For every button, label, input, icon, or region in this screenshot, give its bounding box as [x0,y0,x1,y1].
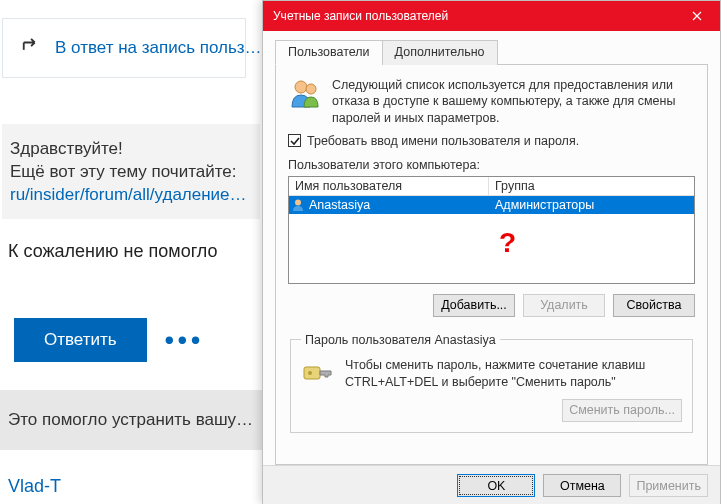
list-buttons-row: Добавить... Удалить Свойства [288,294,695,317]
annotation-question-mark: ? [499,227,516,259]
apply-button: Применить [629,474,708,497]
svg-point-1 [306,84,316,94]
tabstrip: Пользователи Дополнительно [275,39,708,65]
close-button[interactable] [674,1,720,31]
password-hint-text: Чтобы сменить пароль, нажмите сочетание … [345,357,682,391]
window-title: Учетные записи пользователей [273,9,448,23]
in-reply-to-link[interactable]: В ответ на запись польз… [55,38,262,58]
remove-button: Удалить [523,294,605,317]
greeting-link[interactable]: ru/insider/forum/all/удаление… [10,184,252,207]
properties-button[interactable]: Свойства [613,294,695,317]
response-text: К сожалению не помогло [8,241,262,262]
greeting-line2: Ещё вот эту тему почитайте: [10,161,252,184]
table-row[interactable]: Anastasiya Администраторы [289,196,694,214]
more-actions-button[interactable]: ••• [165,335,204,345]
listview-header[interactable]: Имя пользователя Группа [289,177,694,196]
reply-actions: Ответить ••• [14,318,262,362]
password-groupbox: Пароль пользователя Anastasiya Чтобы сме… [290,333,693,433]
require-login-label: Требовать ввод имени пользователя и паро… [307,134,579,148]
dialog-body: Пользователи Дополнительно Следующий спи… [263,31,720,465]
cell-username: Anastasiya [309,198,370,212]
user-accounts-dialog: Учетные записи пользователей Пользовател… [262,0,721,504]
users-list-caption: Пользователи этого компьютера: [288,158,695,172]
ok-button[interactable]: OK [457,474,535,497]
reply-arrow-icon [21,37,43,59]
add-button[interactable]: Добавить... [433,294,515,317]
key-icon [301,357,335,391]
in-reply-to-banner: В ответ на запись польз… [2,18,246,78]
svg-point-0 [295,81,307,93]
forum-thread: В ответ на запись польз… Здравствуйте! Е… [0,0,262,504]
tab-panel-users: Следующий список используется для предос… [275,65,708,465]
info-text: Следующий список используется для предос… [332,77,695,126]
column-group[interactable]: Группа [489,177,694,195]
change-password-button: Сменить пароль... [562,399,682,422]
reply-button[interactable]: Ответить [14,318,147,362]
checkbox-icon [288,134,301,147]
password-legend: Пароль пользователя Anastasiya [301,333,500,347]
svg-point-4 [308,371,312,375]
info-row: Следующий список используется для предос… [288,77,695,126]
author-link[interactable]: Vlad-T [8,476,262,497]
resolved-banner: Это помогло устранить вашу… [0,390,262,450]
quoted-message: Здравствуйте! Ещё вот эту тему почитайте… [2,124,260,219]
require-login-checkbox[interactable]: Требовать ввод имени пользователя и паро… [288,134,695,148]
tab-advanced[interactable]: Дополнительно [382,40,498,65]
tab-users[interactable]: Пользователи [275,40,383,65]
svg-point-2 [295,199,301,205]
cancel-button[interactable]: Отмена [543,474,621,497]
dialog-footer: OK Отмена Применить [263,465,720,504]
users-icon [288,77,322,111]
users-listview[interactable]: Имя пользователя Группа Anastasiya [288,176,695,284]
cell-group: Администраторы [489,198,694,212]
column-username[interactable]: Имя пользователя [289,177,489,195]
user-icon [291,198,305,212]
titlebar[interactable]: Учетные записи пользователей [263,1,720,31]
greeting-line1: Здравствуйте! [10,138,252,161]
